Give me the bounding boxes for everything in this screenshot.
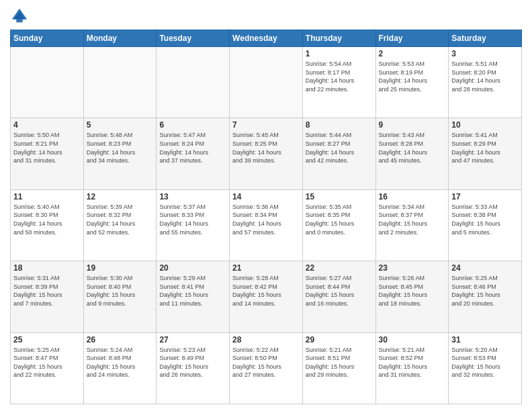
day-number: 29 (306, 335, 373, 345)
day-cell: 4Sunrise: 5:50 AM Sunset: 8:21 PM Daylig… (11, 118, 84, 189)
day-cell: 31Sunrise: 5:20 AM Sunset: 8:53 PM Dayli… (449, 332, 522, 404)
day-info: Sunrise: 5:30 AM Sunset: 8:40 PM Dayligh… (87, 274, 154, 308)
day-number: 27 (159, 335, 226, 345)
day-info: Sunrise: 5:43 AM Sunset: 8:28 PM Dayligh… (379, 131, 446, 165)
day-cell: 17Sunrise: 5:33 AM Sunset: 8:38 PM Dayli… (449, 189, 522, 261)
day-info: Sunrise: 5:54 AM Sunset: 8:17 PM Dayligh… (306, 60, 373, 93)
day-number: 6 (159, 120, 226, 130)
day-number: 28 (232, 335, 300, 345)
day-cell: 10Sunrise: 5:41 AM Sunset: 8:29 PM Dayli… (449, 118, 522, 189)
day-info: Sunrise: 5:45 AM Sunset: 8:25 PM Dayligh… (232, 131, 300, 165)
day-cell: 9Sunrise: 5:43 AM Sunset: 8:28 PM Daylig… (375, 118, 449, 189)
day-number: 30 (379, 335, 446, 345)
week-row-3: 11Sunrise: 5:40 AM Sunset: 8:30 PM Dayli… (11, 189, 522, 261)
day-cell: 30Sunrise: 5:21 AM Sunset: 8:52 PM Dayli… (375, 332, 449, 404)
day-cell: 15Sunrise: 5:35 AM Sunset: 8:35 PM Dayli… (302, 189, 375, 261)
day-number: 15 (306, 192, 373, 201)
day-number: 19 (87, 263, 154, 273)
day-number: 22 (306, 263, 373, 273)
day-cell: 25Sunrise: 5:25 AM Sunset: 8:47 PM Dayli… (11, 332, 84, 404)
day-number: 16 (379, 192, 446, 201)
day-cell: 24Sunrise: 5:25 AM Sunset: 8:46 PM Dayli… (449, 261, 522, 332)
day-info: Sunrise: 5:37 AM Sunset: 8:33 PM Dayligh… (159, 203, 226, 236)
day-info: Sunrise: 5:25 AM Sunset: 8:47 PM Dayligh… (13, 346, 81, 379)
svg-rect-2 (16, 19, 22, 23)
day-cell: 18Sunrise: 5:31 AM Sunset: 8:39 PM Dayli… (11, 261, 84, 332)
header (10, 7, 522, 26)
day-number: 1 (306, 49, 373, 58)
day-cell: 14Sunrise: 5:36 AM Sunset: 8:34 PM Dayli… (230, 189, 303, 261)
day-info: Sunrise: 5:20 AM Sunset: 8:53 PM Dayligh… (451, 346, 519, 379)
day-header-saturday: Saturday (449, 30, 522, 47)
day-cell: 1Sunrise: 5:54 AM Sunset: 8:17 PM Daylig… (302, 47, 375, 118)
day-cell: 12Sunrise: 5:39 AM Sunset: 8:32 PM Dayli… (83, 189, 157, 261)
day-info: Sunrise: 5:29 AM Sunset: 8:41 PM Dayligh… (159, 274, 226, 308)
day-header-monday: Monday (83, 30, 157, 47)
day-cell: 22Sunrise: 5:27 AM Sunset: 8:44 PM Dayli… (302, 261, 375, 332)
day-cell: 26Sunrise: 5:24 AM Sunset: 8:48 PM Dayli… (83, 332, 157, 404)
day-info: Sunrise: 5:28 AM Sunset: 8:42 PM Dayligh… (232, 274, 300, 308)
logo-icon (10, 7, 29, 26)
day-number: 21 (232, 263, 300, 273)
day-header-thursday: Thursday (302, 30, 375, 47)
day-header-friday: Friday (375, 30, 449, 47)
day-number: 5 (87, 120, 154, 130)
day-info: Sunrise: 5:25 AM Sunset: 8:46 PM Dayligh… (451, 274, 519, 308)
day-header-tuesday: Tuesday (157, 30, 230, 47)
day-number: 25 (13, 335, 81, 345)
week-row-4: 18Sunrise: 5:31 AM Sunset: 8:39 PM Dayli… (11, 261, 522, 332)
day-header-sunday: Sunday (11, 30, 84, 47)
day-info: Sunrise: 5:36 AM Sunset: 8:34 PM Dayligh… (232, 203, 300, 236)
day-number: 8 (306, 120, 373, 130)
day-number: 18 (13, 263, 81, 273)
day-info: Sunrise: 5:21 AM Sunset: 8:51 PM Dayligh… (306, 346, 373, 379)
day-info: Sunrise: 5:50 AM Sunset: 8:21 PM Dayligh… (13, 131, 81, 165)
day-number: 11 (13, 192, 81, 201)
day-number: 7 (232, 120, 300, 130)
day-number: 31 (451, 335, 519, 345)
day-info: Sunrise: 5:41 AM Sunset: 8:29 PM Dayligh… (451, 131, 519, 165)
day-number: 26 (87, 335, 154, 345)
day-info: Sunrise: 5:23 AM Sunset: 8:49 PM Dayligh… (159, 346, 226, 379)
day-info: Sunrise: 5:39 AM Sunset: 8:32 PM Dayligh… (87, 203, 154, 236)
day-info: Sunrise: 5:21 AM Sunset: 8:52 PM Dayligh… (379, 346, 446, 379)
day-info: Sunrise: 5:51 AM Sunset: 8:20 PM Dayligh… (451, 60, 519, 93)
day-info: Sunrise: 5:34 AM Sunset: 8:37 PM Dayligh… (379, 203, 446, 236)
day-number: 4 (13, 120, 81, 130)
day-info: Sunrise: 5:22 AM Sunset: 8:50 PM Dayligh… (232, 346, 300, 379)
day-info: Sunrise: 5:24 AM Sunset: 8:48 PM Dayligh… (87, 346, 154, 379)
week-row-5: 25Sunrise: 5:25 AM Sunset: 8:47 PM Dayli… (11, 332, 522, 404)
day-cell (157, 47, 230, 118)
logo (10, 7, 32, 26)
day-cell: 19Sunrise: 5:30 AM Sunset: 8:40 PM Dayli… (83, 261, 157, 332)
day-number: 20 (159, 263, 226, 273)
day-cell: 8Sunrise: 5:44 AM Sunset: 8:27 PM Daylig… (302, 118, 375, 189)
day-cell: 21Sunrise: 5:28 AM Sunset: 8:42 PM Dayli… (230, 261, 303, 332)
page: SundayMondayTuesdayWednesdayThursdayFrid… (0, 0, 532, 411)
day-cell: 20Sunrise: 5:29 AM Sunset: 8:41 PM Dayli… (157, 261, 230, 332)
day-info: Sunrise: 5:33 AM Sunset: 8:38 PM Dayligh… (451, 203, 519, 236)
day-number: 13 (159, 192, 226, 201)
header-row: SundayMondayTuesdayWednesdayThursdayFrid… (11, 30, 522, 47)
day-number: 23 (379, 263, 446, 273)
day-number: 9 (379, 120, 446, 130)
day-number: 3 (451, 49, 519, 58)
day-info: Sunrise: 5:44 AM Sunset: 8:27 PM Dayligh… (306, 131, 373, 165)
day-number: 10 (451, 120, 519, 130)
day-cell (83, 47, 157, 118)
day-cell (230, 47, 303, 118)
day-info: Sunrise: 5:53 AM Sunset: 8:19 PM Dayligh… (379, 60, 446, 93)
day-cell: 3Sunrise: 5:51 AM Sunset: 8:20 PM Daylig… (449, 47, 522, 118)
day-cell: 5Sunrise: 5:48 AM Sunset: 8:23 PM Daylig… (83, 118, 157, 189)
day-cell: 6Sunrise: 5:47 AM Sunset: 8:24 PM Daylig… (157, 118, 230, 189)
week-row-1: 1Sunrise: 5:54 AM Sunset: 8:17 PM Daylig… (11, 47, 522, 118)
day-cell: 2Sunrise: 5:53 AM Sunset: 8:19 PM Daylig… (375, 47, 449, 118)
day-cell: 29Sunrise: 5:21 AM Sunset: 8:51 PM Dayli… (302, 332, 375, 404)
day-number: 24 (451, 263, 519, 273)
day-info: Sunrise: 5:26 AM Sunset: 8:45 PM Dayligh… (379, 274, 446, 308)
day-cell: 11Sunrise: 5:40 AM Sunset: 8:30 PM Dayli… (11, 189, 84, 261)
day-info: Sunrise: 5:47 AM Sunset: 8:24 PM Dayligh… (159, 131, 226, 165)
day-cell: 23Sunrise: 5:26 AM Sunset: 8:45 PM Dayli… (375, 261, 449, 332)
day-number: 17 (451, 192, 519, 201)
day-cell (11, 47, 84, 118)
